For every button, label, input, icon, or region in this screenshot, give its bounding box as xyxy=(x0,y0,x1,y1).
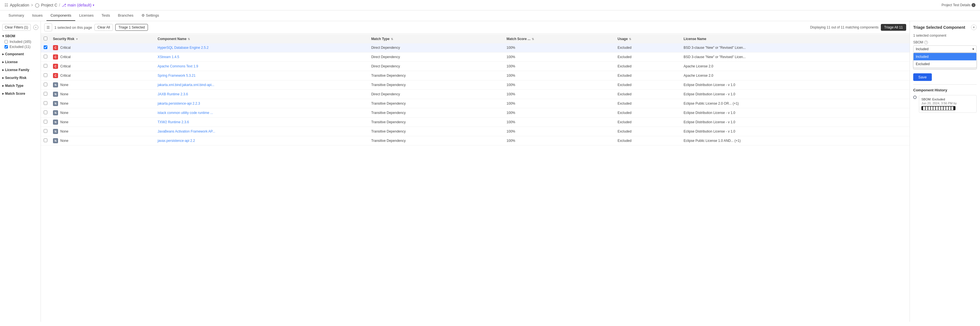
info-icon[interactable]: i xyxy=(972,3,975,7)
row-checkbox-cell[interactable] xyxy=(41,53,50,62)
tab-settings[interactable]: ⚙ Settings xyxy=(137,10,163,21)
row-checkbox[interactable] xyxy=(44,83,47,86)
tab-branches[interactable]: Branches xyxy=(114,10,137,21)
row-license-cell: BSD 3-clause "New" or "Revised" Licen... xyxy=(681,53,910,62)
row-checkbox[interactable] xyxy=(44,45,47,49)
row-component-cell[interactable]: Spring Framework 5.3.21 xyxy=(155,71,368,80)
component-link[interactable]: HyperSQL Database Engine 2.5.2 xyxy=(158,46,208,50)
tab-issues[interactable]: Issues xyxy=(28,10,47,21)
row-license-cell: Apache License 2.0 xyxy=(681,71,910,80)
sidebar-security-risk-title[interactable]: ▸ Security Risk xyxy=(2,75,38,81)
triage-selected-button[interactable]: Triage 1 Selected xyxy=(115,24,148,31)
sidebar-sbom-title[interactable]: ▾ SBOM xyxy=(2,33,38,39)
component-link[interactable]: jakarta.persistence-api 2.2.3 xyxy=(158,102,200,105)
row-checkbox[interactable] xyxy=(44,120,47,123)
row-component-cell[interactable]: XStream 1.4.5 xyxy=(155,53,368,62)
row-checkbox-cell[interactable] xyxy=(41,71,50,80)
component-link[interactable]: XStream 1.4.5 xyxy=(158,55,179,59)
breadcrumb-project[interactable]: ◯ Project C xyxy=(35,3,57,7)
branch-dropdown-icon[interactable]: ▾ xyxy=(93,3,94,7)
row-component-cell[interactable]: HyperSQL Database Engine 2.5.2 xyxy=(155,43,368,53)
app-label: Application xyxy=(10,3,29,7)
component-link[interactable]: istack common utility code runtime ... xyxy=(158,111,213,115)
row-checkbox[interactable] xyxy=(44,92,47,96)
close-filter-button[interactable]: × xyxy=(33,25,38,30)
row-component-cell[interactable]: istack common utility code runtime ... xyxy=(155,108,368,118)
save-button[interactable]: Save xyxy=(913,74,932,81)
row-checkbox[interactable] xyxy=(44,74,47,77)
sidebar-license-title[interactable]: ▸ License xyxy=(2,59,38,65)
row-component-cell[interactable]: Apache Commons Text 1.9 xyxy=(155,62,368,71)
row-component-cell[interactable]: TXW2 Runtime 2.3.6 xyxy=(155,118,368,127)
row-checkbox[interactable] xyxy=(44,101,47,105)
row-match-score-cell: 100% xyxy=(504,43,615,53)
row-checkbox-cell[interactable] xyxy=(41,118,50,127)
row-component-cell[interactable]: JavaBeans Activation Framework AP... xyxy=(155,127,368,136)
row-component-cell[interactable]: jakarta.persistence-api 2.2.3 xyxy=(155,99,368,108)
sbom-dropdown[interactable]: Included ▾ Included Excluded xyxy=(913,45,977,53)
sbom-dropdown-display[interactable]: Included ▾ xyxy=(913,45,977,53)
triage-all-button[interactable]: Triage All 11 xyxy=(881,24,906,31)
row-component-cell[interactable]: JAXB Runtime 2.3.6 xyxy=(155,89,368,99)
row-checkbox[interactable] xyxy=(44,64,47,68)
breadcrumb-branch[interactable]: ⎇ main (default) ▾ xyxy=(62,3,94,7)
row-checkbox-cell[interactable] xyxy=(41,43,50,53)
row-checkbox-cell[interactable] xyxy=(41,89,50,99)
th-security-risk[interactable]: Security Risk ▼ xyxy=(50,34,155,44)
tab-summary[interactable]: Summary xyxy=(5,10,28,21)
tab-tests[interactable]: Tests xyxy=(97,10,114,21)
row-checkbox[interactable] xyxy=(44,55,47,58)
row-match-score-cell: 100% xyxy=(504,108,615,118)
component-link[interactable]: jakarta.xml.bind:jakarta.xml.bind-api... xyxy=(158,83,214,87)
row-component-cell[interactable]: javax.persistence-api 2.2 xyxy=(155,136,368,145)
excluded-label[interactable]: Excluded (11) xyxy=(10,45,30,49)
sidebar-item-excluded[interactable]: Excluded (11) xyxy=(2,44,38,50)
component-link[interactable]: javax.persistence-api 2.2 xyxy=(158,139,195,143)
sidebar-license-family-title[interactable]: ▸ License Family xyxy=(2,67,38,73)
component-link[interactable]: JavaBeans Activation Framework AP... xyxy=(158,129,215,133)
project-details[interactable]: Project Test Details i xyxy=(942,3,976,7)
row-checkbox-cell[interactable] xyxy=(41,62,50,71)
sidebar-component-title[interactable]: ▸ Component xyxy=(2,51,38,57)
row-usage-cell: Excluded xyxy=(615,43,681,53)
sidebar-item-included[interactable]: Included (165) xyxy=(2,39,38,44)
row-checkbox-cell[interactable] xyxy=(41,80,50,89)
tab-licenses[interactable]: Licenses xyxy=(75,10,97,21)
sidebar-match-score-title[interactable]: ▸ Match Score xyxy=(2,91,38,97)
th-checkbox[interactable] xyxy=(41,34,50,44)
select-all-checkbox[interactable] xyxy=(44,37,47,40)
sbom-help-icon[interactable]: ? xyxy=(924,41,928,44)
included-checkbox[interactable] xyxy=(5,40,8,43)
row-checkbox[interactable] xyxy=(44,110,47,114)
branch-icon: ⎇ xyxy=(62,3,66,7)
row-checkbox-cell[interactable] xyxy=(41,136,50,145)
row-checkbox-cell[interactable] xyxy=(41,127,50,136)
th-license-name[interactable]: License Name xyxy=(681,34,910,44)
sidebar-match-type-title[interactable]: ▸ Match Type xyxy=(2,83,38,89)
row-usage-cell: Excluded xyxy=(615,108,681,118)
breadcrumb-app[interactable]: ☷ Application xyxy=(5,3,29,7)
component-link[interactable]: Apache Commons Text 1.9 xyxy=(158,64,198,68)
sbom-option-excluded[interactable]: Excluded xyxy=(913,60,976,68)
row-checkbox[interactable] xyxy=(44,139,47,142)
tab-components[interactable]: Components xyxy=(46,10,75,21)
clear-filters-button[interactable]: Clear Filters (1) xyxy=(2,24,31,31)
excluded-checkbox[interactable] xyxy=(5,45,8,48)
clear-all-button[interactable]: Clear All xyxy=(94,24,113,31)
th-match-score[interactable]: Match Score ... ⇅ xyxy=(504,34,615,44)
row-checkbox[interactable] xyxy=(44,129,47,133)
row-checkbox-cell[interactable] xyxy=(41,108,50,118)
th-usage[interactable]: Usage ⇅ xyxy=(615,34,681,44)
row-component-cell[interactable]: jakarta.xml.bind:jakarta.xml.bind-api... xyxy=(155,80,368,89)
included-label[interactable]: Included (165) xyxy=(10,40,31,44)
panel-close-button[interactable]: × xyxy=(971,24,977,30)
component-link[interactable]: JAXB Runtime 2.3.6 xyxy=(158,92,188,96)
filter-icon-button[interactable]: ☰ xyxy=(44,23,52,31)
row-usage-cell: Excluded xyxy=(615,127,681,136)
component-link[interactable]: Spring Framework 5.3.21 xyxy=(158,74,196,78)
sbom-option-included[interactable]: Included xyxy=(913,53,976,60)
th-component-name[interactable]: Component Name ⇅ xyxy=(155,34,368,44)
row-checkbox-cell[interactable] xyxy=(41,99,50,108)
component-link[interactable]: TXW2 Runtime 2.3.6 xyxy=(158,120,189,124)
th-match-type[interactable]: Match Type ⇅ xyxy=(368,34,504,44)
